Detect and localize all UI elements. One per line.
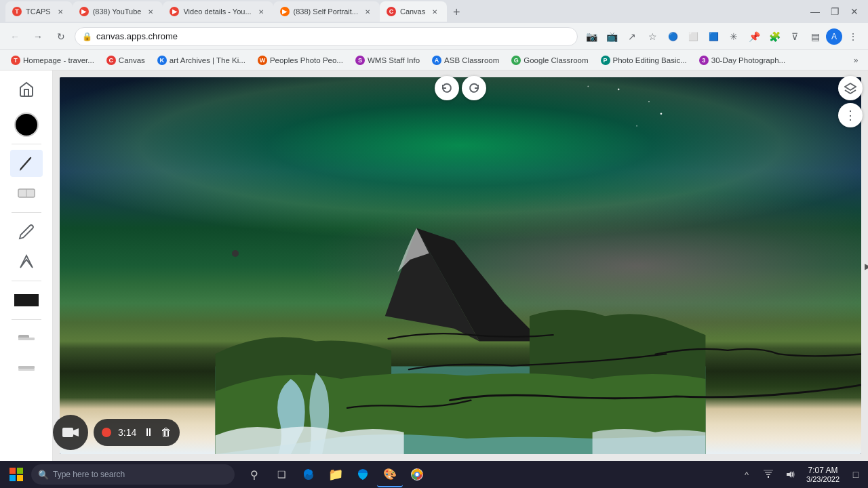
bookmark-art-archives-label: art Archives | The Ki...: [170, 56, 245, 64]
profile-icon[interactable]: A: [826, 28, 842, 45]
cast-icon[interactable]: 📺: [602, 27, 621, 46]
svg-marker-26: [787, 471, 791, 478]
bookmark-star-icon[interactable]: ☆: [643, 27, 662, 46]
camera-icon[interactable]: 📷: [582, 27, 601, 46]
tab-youtube1-close[interactable]: ✕: [145, 6, 156, 17]
eraser-tool[interactable]: [10, 180, 43, 207]
canvas-favicon: C: [387, 7, 396, 16]
refresh-button[interactable]: ↻: [52, 27, 71, 46]
active-color-swatch: [14, 113, 39, 137]
fill-color-swatch[interactable]: [10, 287, 43, 314]
smudge-tool[interactable]: [10, 325, 43, 352]
taskbar-clock[interactable]: 7:07 AM 3/23/2022: [802, 466, 844, 483]
peoples-photo-favicon: W: [258, 56, 267, 65]
bookmark-homepage[interactable]: T Homepage - traver...: [5, 53, 100, 68]
svg-rect-17: [17, 475, 23, 481]
browser-window: T TCAPS ✕ ▶ (838) YouTube ✕ ▶ Video deta…: [0, 0, 868, 488]
extension2-icon[interactable]: ⬜: [684, 27, 703, 46]
tab-canvas[interactable]: C Canvas ✕: [380, 1, 447, 22]
bookmark-30day[interactable]: 3 30-Day Photograph...: [694, 53, 791, 68]
extensions-icon[interactable]: 🧩: [765, 27, 784, 46]
taskbar-chevron-icon[interactable]: ^: [737, 465, 756, 484]
taskbar-chrome-icon[interactable]: [404, 462, 430, 487]
minimize-button[interactable]: —: [806, 6, 824, 17]
close-button[interactable]: ✕: [846, 6, 863, 17]
taskbar-search-icon[interactable]: ⚲: [241, 462, 267, 487]
canvas-toolbar: ▶: [0, 70, 53, 461]
search-box[interactable]: 🔍 Type here to search: [31, 464, 235, 485]
undo-button[interactable]: [435, 76, 459, 100]
pencil-tool[interactable]: [10, 218, 43, 245]
color-picker[interactable]: [10, 111, 43, 138]
tab-self-portrait-title: (838) Self Portrait...: [294, 7, 358, 16]
extension4-icon[interactable]: ✳: [724, 27, 743, 46]
svg-marker-6: [845, 83, 856, 90]
svg-rect-24: [765, 472, 772, 473]
canvas-image: [60, 77, 861, 454]
bookmark-peoples-photo[interactable]: W Peoples Photo Peo...: [252, 53, 349, 68]
bookmark-photo-editing[interactable]: P Photo Editing Basic...: [595, 53, 692, 68]
delete-recording-button[interactable]: 🗑: [161, 426, 172, 439]
taskbar-time: 7:07 AM: [808, 466, 838, 475]
google-classroom-favicon: G: [511, 56, 521, 65]
bookmark-wms-staff[interactable]: S WMS Staff Info: [350, 53, 425, 68]
address-text: canvas.apps.chrome: [96, 31, 570, 41]
blur-tool[interactable]: [10, 355, 43, 382]
share-icon[interactable]: ↗: [623, 27, 642, 46]
svg-point-21: [416, 473, 419, 476]
taskbar-volume-icon[interactable]: [781, 465, 800, 484]
more-options-button[interactable]: ⋮: [838, 103, 863, 127]
taskbar-date: 3/23/2022: [806, 475, 840, 483]
extension1-icon[interactable]: 🔵: [663, 27, 682, 46]
layers-button[interactable]: [838, 76, 863, 100]
bookmark-art-archives[interactable]: K art Archives | The Ki...: [152, 53, 251, 68]
new-tab-button[interactable]: +: [447, 3, 466, 22]
more-menu-icon[interactable]: ⋮: [844, 27, 863, 46]
tab-canvas-close[interactable]: ✕: [429, 6, 440, 17]
bookmark-google-classroom[interactable]: G Google Classroom: [506, 53, 593, 68]
redo-button[interactable]: [462, 76, 486, 100]
pause-recording-button[interactable]: ⏸: [143, 426, 154, 439]
maximize-button[interactable]: ❐: [827, 6, 844, 17]
tab-self-portrait[interactable]: ▶ (838) Self Portrait... ✕: [273, 1, 380, 22]
svg-rect-13: [62, 428, 73, 437]
brush-tool[interactable]: [10, 150, 43, 177]
taskbar-network-icon[interactable]: [759, 465, 778, 484]
taskbar-taskview-icon[interactable]: ❑: [269, 462, 294, 487]
sidebar-icon[interactable]: ▤: [806, 27, 825, 46]
tab-tcaps-close[interactable]: ✕: [55, 6, 66, 17]
art-archives-favicon: K: [157, 56, 167, 65]
tab-video-details-close[interactable]: ✕: [256, 6, 267, 17]
tab-self-portrait-close[interactable]: ✕: [362, 6, 373, 17]
camera-toggle-button[interactable]: [53, 415, 88, 450]
back-button[interactable]: ←: [5, 27, 24, 46]
tab-tcaps[interactable]: T TCAPS ✕: [5, 1, 73, 22]
svg-rect-23: [766, 474, 770, 475]
canvas-area[interactable]: ⋮: [53, 70, 868, 461]
bookmark-google-classroom-label: Google Classroom: [524, 56, 588, 64]
tab-youtube1[interactable]: ▶ (838) YouTube ✕: [73, 1, 163, 22]
taskbar-canvas-icon[interactable]: 🎨: [377, 462, 403, 487]
tab-video-details[interactable]: ▶ Video details - You... ✕: [163, 1, 273, 22]
calligraphy-tool[interactable]: [10, 248, 43, 275]
bookmark-asb[interactable]: A ASB Classroom: [427, 53, 505, 68]
extension5-icon[interactable]: 📌: [745, 27, 764, 46]
bookmark-canvas[interactable]: C Canvas: [101, 53, 151, 68]
main-content: ▶: [0, 70, 868, 461]
address-bar[interactable]: 🔒 canvas.apps.chrome: [75, 27, 578, 46]
title-bar: T TCAPS ✕ ▶ (838) YouTube ✕ ▶ Video deta…: [0, 0, 868, 23]
svg-rect-3: [18, 338, 35, 340]
taskbar-edge-icon[interactable]: [296, 462, 321, 487]
tab-search-icon[interactable]: ⊽: [785, 27, 804, 46]
forward-button[interactable]: →: [28, 27, 47, 46]
recording-bar: 3:14 ⏸ 🗑: [53, 415, 180, 450]
start-button[interactable]: [3, 461, 30, 488]
extension3-icon[interactable]: 🟦: [704, 27, 723, 46]
video-details-favicon: ▶: [170, 7, 179, 16]
home-button[interactable]: [13, 76, 40, 103]
bookmarks-bar: T Homepage - traver... C Canvas K art Ar…: [0, 50, 868, 70]
bookmarks-overflow[interactable]: »: [849, 53, 863, 68]
taskbar-files-icon[interactable]: 📁: [323, 462, 349, 487]
taskbar-edge2-icon[interactable]: [350, 462, 376, 487]
taskbar-notifications[interactable]: □: [846, 465, 865, 484]
